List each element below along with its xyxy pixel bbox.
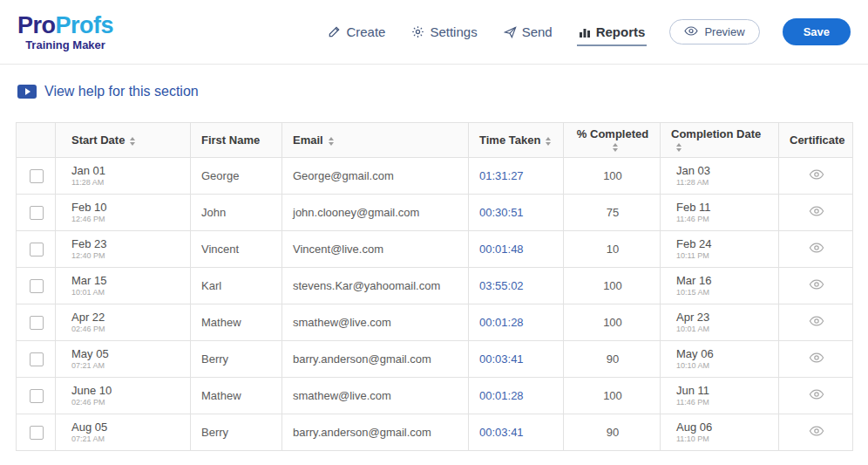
row-checkbox[interactable]: [30, 426, 44, 440]
certificate-cell: [779, 231, 853, 268]
top-bar: ProProfs Training Maker Create Settings …: [0, 0, 868, 65]
time-taken-link[interactable]: 00:30:51: [479, 206, 524, 219]
email-cell: john.clooney@gmail.com: [282, 195, 469, 231]
row-select-cell: [17, 414, 56, 451]
table-row: Mar 15 10:01 AM Karl stevens.Kar@yahooma…: [17, 268, 853, 304]
nav-item-create[interactable]: Create: [326, 17, 387, 46]
preview-button[interactable]: Preview: [669, 19, 759, 44]
bar-chart-icon: [579, 26, 591, 38]
row-checkbox[interactable]: [30, 169, 44, 183]
start-date: Feb 10: [71, 201, 181, 215]
sort-icon[interactable]: [613, 143, 618, 152]
row-checkbox[interactable]: [30, 316, 44, 330]
completion-date-cell: Feb 24 10:11 PM: [661, 231, 779, 268]
certificate-cell: [779, 341, 853, 378]
gear-icon: [411, 25, 424, 38]
completion-date-cell: Jan 03 11:28 AM: [661, 158, 779, 195]
certificate-cell: [779, 378, 853, 414]
start-date-cell: Apr 22 02:46 PM: [56, 304, 191, 341]
certificate-eye-icon[interactable]: [809, 316, 824, 326]
certificate-eye-icon[interactable]: [809, 352, 824, 363]
email-cell: smathew@live.com: [282, 304, 469, 341]
row-checkbox[interactable]: [30, 389, 44, 403]
certificate-eye-icon[interactable]: [809, 389, 824, 400]
completion-date-cell: Mar 16 10:15 AM: [661, 268, 779, 304]
certificate-cell: [779, 414, 853, 451]
nav-item-reports[interactable]: Reports: [577, 17, 648, 46]
completion-time: 10:11 PM: [676, 251, 770, 261]
completion-time: 11:46 PM: [676, 398, 770, 407]
sort-icon[interactable]: [546, 137, 551, 146]
column-header-label: Email: [293, 133, 323, 147]
video-play-icon[interactable]: [17, 85, 37, 99]
sort-icon[interactable]: [130, 137, 135, 146]
row-select-cell: [17, 378, 56, 414]
completion-time: 11:46 PM: [676, 215, 770, 224]
completion-date: Feb 11: [676, 201, 770, 215]
start-date: June 10: [71, 384, 181, 398]
row-select-cell: [17, 158, 56, 195]
save-button[interactable]: Save: [783, 18, 851, 45]
nav-item-send[interactable]: Send: [502, 17, 554, 46]
reports-table: Start DateFirst NameEmailTime Taken% Com…: [16, 122, 853, 451]
email-cell: smathew@live.com: [282, 378, 469, 414]
time-taken-link[interactable]: 00:03:41: [479, 352, 524, 366]
email-cell: George@gmail.com: [282, 158, 469, 195]
start-time: 12:46 PM: [71, 215, 181, 224]
nav-item-label: Send: [522, 24, 553, 39]
start-date: Feb 23: [71, 237, 181, 251]
main-nav: Create Settings Send Reports Preview: [326, 17, 851, 46]
row-select-cell: [17, 231, 56, 268]
time-taken-cell: 00:30:51: [469, 195, 564, 231]
time-taken-link[interactable]: 03:55:02: [479, 279, 524, 292]
row-checkbox[interactable]: [30, 279, 44, 293]
start-date-cell: Jan 01 11:28 AM: [56, 158, 191, 195]
start-date: Aug 05: [71, 421, 181, 434]
completion-time: 11:28 AM: [676, 178, 770, 188]
column-header-email[interactable]: Email: [282, 123, 469, 158]
completion-date: Aug 06: [676, 421, 770, 434]
column-header-label: % Completed: [577, 127, 648, 140]
time-taken-link[interactable]: 00:01:28: [479, 316, 524, 329]
certificate-eye-icon[interactable]: [809, 279, 824, 290]
sort-icon[interactable]: [329, 137, 334, 146]
time-taken-link[interactable]: 01:31:27: [479, 169, 524, 182]
certificate-eye-icon[interactable]: [809, 206, 824, 216]
certificate-eye-icon[interactable]: [809, 169, 824, 180]
column-header-start[interactable]: Start Date: [56, 123, 191, 158]
row-checkbox[interactable]: [30, 206, 44, 220]
column-header-cdate[interactable]: Completion Date: [661, 123, 779, 158]
proprofs-logo[interactable]: ProProfs Training Maker: [17, 14, 113, 51]
nav-item-settings[interactable]: Settings: [410, 17, 478, 46]
percent-completed-cell: 90: [564, 341, 661, 378]
row-select-cell: [17, 268, 56, 304]
column-header-time[interactable]: Time Taken: [469, 123, 564, 158]
row-checkbox[interactable]: [30, 352, 44, 366]
sort-icon[interactable]: [676, 143, 682, 152]
row-checkbox[interactable]: [30, 243, 44, 256]
certificate-cell: [779, 268, 853, 304]
time-taken-cell: 00:01:28: [469, 304, 564, 341]
time-taken-cell: 00:03:41: [469, 341, 564, 378]
certificate-cell: [779, 195, 853, 231]
time-taken-link[interactable]: 00:01:28: [479, 389, 524, 402]
column-header-pct[interactable]: % Completed: [564, 123, 661, 158]
certificate-eye-icon[interactable]: [809, 243, 824, 253]
email-cell: Vincent@live.com: [282, 231, 469, 268]
start-time: 10:01 AM: [71, 288, 181, 297]
view-help-link[interactable]: View help for this section: [44, 84, 199, 99]
start-date: Jan 01: [71, 164, 181, 178]
row-select-cell: [17, 195, 56, 231]
eye-icon: [684, 25, 698, 38]
table-row: Aug 05 07:21 AM Berry barry.anderson@gma…: [17, 414, 853, 451]
time-taken-link[interactable]: 00:01:48: [479, 243, 524, 256]
start-time: 02:46 PM: [71, 398, 181, 407]
certificate-eye-icon[interactable]: [809, 426, 824, 436]
column-header-label: First Name: [201, 133, 260, 147]
time-taken-cell: 01:31:27: [469, 158, 564, 195]
column-header-label: Completion Date: [671, 127, 761, 140]
table-row: Jan 01 11:28 AM George George@gmail.com …: [17, 158, 853, 195]
logo-wordmark: ProProfs: [17, 14, 113, 38]
time-taken-link[interactable]: 00:03:41: [479, 426, 524, 439]
completion-time: 11:10 PM: [676, 434, 770, 444]
